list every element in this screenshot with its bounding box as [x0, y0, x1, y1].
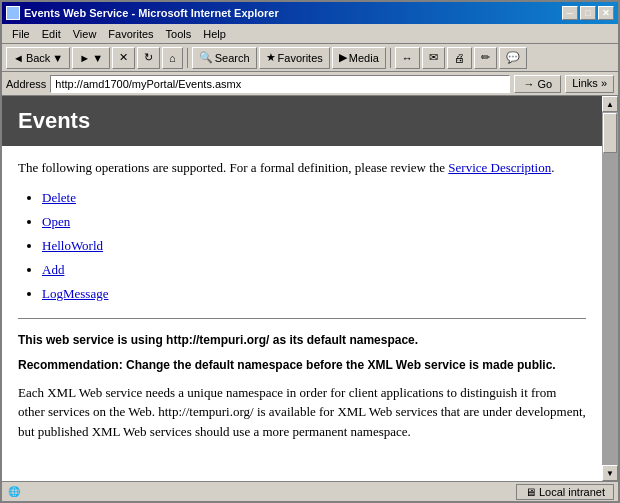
close-button[interactable]: ✕ [598, 6, 614, 20]
address-input[interactable] [50, 75, 510, 93]
main-content: Events The following operations are supp… [2, 96, 602, 481]
go-button[interactable]: → Go [514, 75, 561, 93]
list-item: HelloWorld [42, 238, 586, 254]
scroll-thumb[interactable] [603, 113, 617, 153]
namespace-warning: This web service is using http://tempuri… [18, 331, 586, 350]
back-label: Back [26, 52, 50, 64]
section-divider [18, 318, 586, 319]
back-dropdown-icon: ▼ [52, 52, 63, 64]
title-bar: Events Web Service - Microsoft Internet … [2, 2, 618, 24]
maximize-button[interactable]: □ [580, 6, 596, 20]
forward-button[interactable]: ► ▼ [72, 47, 110, 69]
forward-icon: ► [79, 52, 90, 64]
menu-bar: File Edit View Favorites Tools Help [2, 24, 618, 44]
menu-edit[interactable]: Edit [36, 26, 67, 42]
title-bar-left: Events Web Service - Microsoft Internet … [6, 6, 279, 20]
history-icon: ↔ [402, 52, 413, 64]
status-zone: 🖥 Local intranet [516, 484, 614, 500]
address-label: Address [6, 78, 46, 90]
edit-icon: ✏ [481, 51, 490, 64]
mail-button[interactable]: ✉ [422, 47, 445, 69]
zone-icon: 🖥 [525, 486, 536, 498]
page-body: The following operations are supported. … [2, 146, 602, 453]
home-icon: ⌂ [169, 52, 176, 64]
search-icon: 🔍 [199, 51, 213, 64]
intro-paragraph: The following operations are supported. … [18, 158, 586, 178]
scroll-track[interactable] [602, 112, 618, 465]
zone-text: Local intranet [539, 486, 605, 498]
discuss-icon: 💬 [506, 51, 520, 64]
logmessage-link[interactable]: LogMessage [42, 286, 108, 301]
add-link[interactable]: Add [42, 262, 64, 277]
service-description-link[interactable]: Service Description [448, 160, 551, 175]
content-wrapper: Events The following operations are supp… [2, 96, 618, 481]
menu-view[interactable]: View [67, 26, 103, 42]
list-item: Delete [42, 190, 586, 206]
open-link[interactable]: Open [42, 214, 70, 229]
search-button[interactable]: 🔍 Search [192, 47, 257, 69]
recommendation: Recommendation: Change the default names… [18, 356, 586, 375]
title-controls: ─ □ ✕ [562, 6, 614, 20]
page-title: Events [18, 108, 90, 133]
favorites-label: Favorites [278, 52, 323, 64]
recommendation-text: Recommendation: Change the default names… [18, 358, 556, 372]
helloworld-link[interactable]: HelloWorld [42, 238, 103, 253]
mail-icon: ✉ [429, 51, 438, 64]
window-title: Events Web Service - Microsoft Internet … [24, 7, 279, 19]
toolbar-separator-2 [390, 48, 391, 68]
history-button[interactable]: ↔ [395, 47, 420, 69]
intro-text: The following operations are supported. … [18, 160, 448, 175]
favorites-button[interactable]: ★ Favorites [259, 47, 330, 69]
minimize-button[interactable]: ─ [562, 6, 578, 20]
media-button[interactable]: ▶ Media [332, 47, 386, 69]
go-label: Go [537, 78, 552, 90]
discuss-button[interactable]: 💬 [499, 47, 527, 69]
favorites-icon: ★ [266, 51, 276, 64]
home-button[interactable]: ⌂ [162, 47, 183, 69]
refresh-icon: ↻ [144, 51, 153, 64]
namespace-section: This web service is using http://tempuri… [18, 331, 586, 442]
edit-button[interactable]: ✏ [474, 47, 497, 69]
browser-window: Events Web Service - Microsoft Internet … [0, 0, 620, 503]
refresh-button[interactable]: ↻ [137, 47, 160, 69]
list-item: Open [42, 214, 586, 230]
intro-end: . [551, 160, 554, 175]
address-bar: Address → Go Links » [2, 72, 618, 96]
status-bar: 🌐 🖥 Local intranet [2, 481, 618, 501]
forward-dropdown-icon: ▼ [92, 52, 103, 64]
scroll-down-button[interactable]: ▼ [602, 465, 618, 481]
menu-favorites[interactable]: Favorites [102, 26, 159, 42]
ie-icon [6, 6, 20, 20]
go-arrow-icon: → [523, 78, 534, 90]
back-icon: ◄ [13, 52, 24, 64]
links-button[interactable]: Links » [565, 75, 614, 93]
vertical-scrollbar: ▲ ▼ [602, 96, 618, 481]
list-item: Add [42, 262, 586, 278]
stop-icon: ✕ [119, 51, 128, 64]
namespace-body-text: Each XML Web service needs a unique name… [18, 383, 586, 442]
operations-list: Delete Open HelloWorld Add LogMessage [42, 190, 586, 302]
toolbar: ◄ Back ▼ ► ▼ ✕ ↻ ⌂ 🔍 Search ★ Favorites … [2, 44, 618, 72]
stop-button[interactable]: ✕ [112, 47, 135, 69]
print-icon: 🖨 [454, 52, 465, 64]
delete-link[interactable]: Delete [42, 190, 76, 205]
page-header: Events [2, 96, 602, 146]
toolbar-separator-1 [187, 48, 188, 68]
menu-help[interactable]: Help [197, 26, 232, 42]
status-icon: 🌐 [6, 484, 22, 500]
namespace-warning-text: This web service is using http://tempuri… [18, 333, 418, 347]
media-label: Media [349, 52, 379, 64]
print-button[interactable]: 🖨 [447, 47, 472, 69]
list-item: LogMessage [42, 286, 586, 302]
menu-tools[interactable]: Tools [160, 26, 198, 42]
back-button[interactable]: ◄ Back ▼ [6, 47, 70, 69]
search-label: Search [215, 52, 250, 64]
media-icon: ▶ [339, 51, 347, 64]
menu-file[interactable]: File [6, 26, 36, 42]
scroll-up-button[interactable]: ▲ [602, 96, 618, 112]
